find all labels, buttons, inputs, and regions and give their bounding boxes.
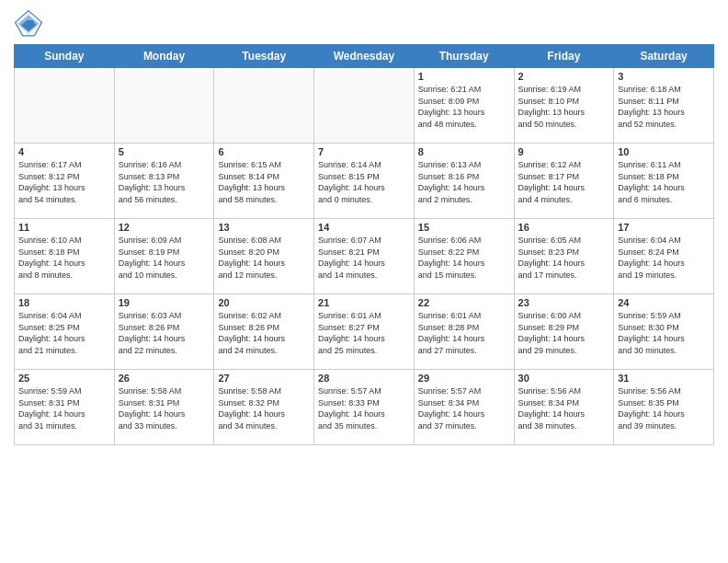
- day-cell: 4Sunrise: 6:17 AM Sunset: 8:12 PM Daylig…: [15, 144, 115, 219]
- day-info: Sunrise: 6:09 AM Sunset: 8:19 PM Dayligh…: [119, 235, 210, 281]
- page: SundayMondayTuesdayWednesdayThursdayFrid…: [0, 0, 728, 563]
- day-cell: 24Sunrise: 5:59 AM Sunset: 8:30 PM Dayli…: [614, 294, 714, 370]
- day-info: Sunrise: 5:58 AM Sunset: 8:32 PM Dayligh…: [218, 385, 310, 431]
- day-cell: 21Sunrise: 6:01 AM Sunset: 8:27 PM Dayli…: [314, 294, 415, 370]
- day-info: Sunrise: 6:04 AM Sunset: 8:25 PM Dayligh…: [18, 310, 110, 356]
- calendar-body: 1Sunrise: 6:21 AM Sunset: 8:09 PM Daylig…: [15, 68, 714, 445]
- weekday-tuesday: Tuesday: [214, 45, 314, 68]
- weekday-header: SundayMondayTuesdayWednesdayThursdayFrid…: [15, 45, 714, 68]
- day-cell: 31Sunrise: 5:56 AM Sunset: 8:35 PM Dayli…: [614, 370, 714, 445]
- day-number: 5: [119, 146, 210, 157]
- day-cell: 16Sunrise: 6:05 AM Sunset: 8:23 PM Dayli…: [514, 219, 614, 294]
- day-cell: 25Sunrise: 5:59 AM Sunset: 8:31 PM Dayli…: [15, 370, 115, 445]
- day-cell: 17Sunrise: 6:04 AM Sunset: 8:24 PM Dayli…: [614, 219, 714, 294]
- day-number: 8: [418, 146, 510, 157]
- day-info: Sunrise: 6:13 AM Sunset: 8:16 PM Dayligh…: [418, 159, 510, 205]
- weekday-friday: Friday: [514, 45, 614, 68]
- day-info: Sunrise: 6:01 AM Sunset: 8:27 PM Dayligh…: [318, 310, 410, 356]
- day-info: Sunrise: 6:12 AM Sunset: 8:17 PM Dayligh…: [518, 159, 610, 205]
- day-number: 1: [418, 71, 510, 82]
- day-number: 21: [318, 297, 410, 308]
- calendar: SundayMondayTuesdayWednesdayThursdayFrid…: [14, 44, 714, 445]
- day-number: 15: [418, 222, 510, 233]
- day-cell: 23Sunrise: 6:00 AM Sunset: 8:29 PM Dayli…: [514, 294, 614, 370]
- day-info: Sunrise: 5:57 AM Sunset: 8:33 PM Dayligh…: [318, 385, 410, 431]
- day-cell: 15Sunrise: 6:06 AM Sunset: 8:22 PM Dayli…: [414, 219, 514, 294]
- day-number: 13: [218, 222, 310, 233]
- day-cell: 7Sunrise: 6:14 AM Sunset: 8:15 PM Daylig…: [314, 144, 415, 219]
- day-cell: 3Sunrise: 6:18 AM Sunset: 8:11 PM Daylig…: [614, 68, 714, 144]
- day-number: 26: [119, 373, 210, 384]
- day-info: Sunrise: 6:04 AM Sunset: 8:24 PM Dayligh…: [618, 235, 710, 281]
- day-number: 7: [318, 146, 410, 157]
- day-number: 27: [218, 373, 310, 384]
- day-number: 22: [418, 297, 510, 308]
- weekday-thursday: Thursday: [414, 45, 514, 68]
- day-number: 4: [18, 146, 110, 157]
- header: [14, 9, 714, 39]
- weekday-saturday: Saturday: [614, 45, 714, 68]
- day-number: 28: [318, 373, 410, 384]
- day-number: 25: [18, 373, 110, 384]
- week-row-3: 11Sunrise: 6:10 AM Sunset: 8:18 PM Dayli…: [15, 219, 714, 294]
- day-number: 24: [618, 297, 710, 308]
- day-number: 14: [318, 222, 410, 233]
- day-cell: 19Sunrise: 6:03 AM Sunset: 8:26 PM Dayli…: [114, 294, 214, 370]
- day-number: 19: [119, 297, 210, 308]
- day-number: 2: [518, 71, 610, 82]
- weekday-sunday: Sunday: [15, 45, 115, 68]
- day-cell: 11Sunrise: 6:10 AM Sunset: 8:18 PM Dayli…: [15, 219, 115, 294]
- day-cell: 18Sunrise: 6:04 AM Sunset: 8:25 PM Dayli…: [15, 294, 115, 370]
- day-info: Sunrise: 5:58 AM Sunset: 8:31 PM Dayligh…: [119, 385, 210, 431]
- day-info: Sunrise: 6:10 AM Sunset: 8:18 PM Dayligh…: [18, 235, 110, 281]
- day-info: Sunrise: 6:06 AM Sunset: 8:22 PM Dayligh…: [418, 235, 510, 281]
- weekday-monday: Monday: [114, 45, 214, 68]
- day-cell: 30Sunrise: 5:56 AM Sunset: 8:34 PM Dayli…: [514, 370, 614, 445]
- day-number: 30: [518, 373, 610, 384]
- day-cell: 12Sunrise: 6:09 AM Sunset: 8:19 PM Dayli…: [114, 219, 214, 294]
- week-row-2: 4Sunrise: 6:17 AM Sunset: 8:12 PM Daylig…: [15, 144, 714, 219]
- day-info: Sunrise: 6:05 AM Sunset: 8:23 PM Dayligh…: [518, 235, 610, 281]
- day-cell: 5Sunrise: 6:16 AM Sunset: 8:13 PM Daylig…: [114, 144, 214, 219]
- day-info: Sunrise: 6:15 AM Sunset: 8:14 PM Dayligh…: [218, 159, 310, 205]
- day-number: 12: [119, 222, 210, 233]
- day-info: Sunrise: 6:18 AM Sunset: 8:11 PM Dayligh…: [618, 84, 710, 130]
- week-row-4: 18Sunrise: 6:04 AM Sunset: 8:25 PM Dayli…: [15, 294, 714, 370]
- day-info: Sunrise: 6:02 AM Sunset: 8:26 PM Dayligh…: [218, 310, 310, 356]
- weekday-wednesday: Wednesday: [314, 45, 415, 68]
- day-cell: 29Sunrise: 5:57 AM Sunset: 8:34 PM Dayli…: [414, 370, 514, 445]
- day-number: 29: [418, 373, 510, 384]
- day-cell: 2Sunrise: 6:19 AM Sunset: 8:10 PM Daylig…: [514, 68, 614, 144]
- day-info: Sunrise: 5:56 AM Sunset: 8:35 PM Dayligh…: [618, 385, 710, 431]
- day-cell: [314, 68, 415, 144]
- day-info: Sunrise: 5:57 AM Sunset: 8:34 PM Dayligh…: [418, 385, 510, 431]
- day-cell: 1Sunrise: 6:21 AM Sunset: 8:09 PM Daylig…: [414, 68, 514, 144]
- day-cell: [15, 68, 115, 144]
- day-cell: 14Sunrise: 6:07 AM Sunset: 8:21 PM Dayli…: [314, 219, 415, 294]
- day-info: Sunrise: 6:14 AM Sunset: 8:15 PM Dayligh…: [318, 159, 410, 205]
- day-cell: 28Sunrise: 5:57 AM Sunset: 8:33 PM Dayli…: [314, 370, 415, 445]
- day-info: Sunrise: 5:59 AM Sunset: 8:30 PM Dayligh…: [618, 310, 710, 356]
- day-number: 9: [518, 146, 610, 157]
- day-cell: [114, 68, 214, 144]
- day-info: Sunrise: 6:11 AM Sunset: 8:18 PM Dayligh…: [618, 159, 710, 205]
- day-cell: 9Sunrise: 6:12 AM Sunset: 8:17 PM Daylig…: [514, 144, 614, 219]
- day-info: Sunrise: 6:21 AM Sunset: 8:09 PM Dayligh…: [418, 84, 510, 130]
- week-row-5: 25Sunrise: 5:59 AM Sunset: 8:31 PM Dayli…: [15, 370, 714, 445]
- day-number: 16: [518, 222, 610, 233]
- day-info: Sunrise: 6:00 AM Sunset: 8:29 PM Dayligh…: [518, 310, 610, 356]
- day-number: 11: [18, 222, 110, 233]
- day-number: 18: [18, 297, 110, 308]
- day-cell: 20Sunrise: 6:02 AM Sunset: 8:26 PM Dayli…: [214, 294, 314, 370]
- day-cell: 26Sunrise: 5:58 AM Sunset: 8:31 PM Dayli…: [114, 370, 214, 445]
- day-info: Sunrise: 6:17 AM Sunset: 8:12 PM Dayligh…: [18, 159, 110, 205]
- day-cell: 6Sunrise: 6:15 AM Sunset: 8:14 PM Daylig…: [214, 144, 314, 219]
- day-cell: 8Sunrise: 6:13 AM Sunset: 8:16 PM Daylig…: [414, 144, 514, 219]
- week-row-1: 1Sunrise: 6:21 AM Sunset: 8:09 PM Daylig…: [15, 68, 714, 144]
- day-cell: 10Sunrise: 6:11 AM Sunset: 8:18 PM Dayli…: [614, 144, 714, 219]
- day-cell: [214, 68, 314, 144]
- day-info: Sunrise: 6:16 AM Sunset: 8:13 PM Dayligh…: [119, 159, 210, 205]
- logo-icon: [14, 9, 43, 39]
- day-info: Sunrise: 5:56 AM Sunset: 8:34 PM Dayligh…: [518, 385, 610, 431]
- day-number: 31: [618, 373, 710, 384]
